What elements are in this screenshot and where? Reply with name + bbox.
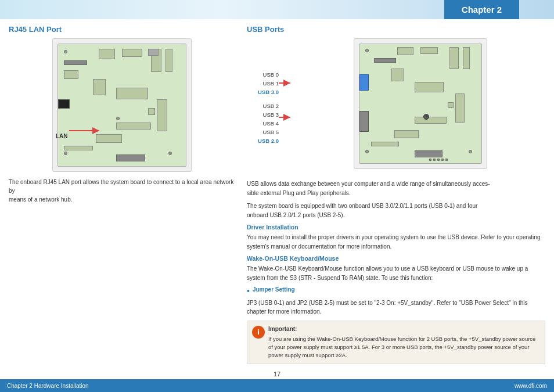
- board-chip-1: [99, 49, 115, 59]
- important-box: i Important: If you are using the Wake-O…: [247, 321, 545, 364]
- usb-chip-4: [463, 47, 470, 69]
- usb20-port-component: [359, 111, 369, 132]
- board-chip-9: [148, 108, 155, 115]
- usb-component-circle: [423, 114, 429, 120]
- usb-conn-bottom: [371, 142, 399, 146]
- usb-conn-1: [374, 58, 396, 63]
- chapter-tab: Chapter 2: [444, 0, 519, 19]
- usb-chip-6: [415, 82, 444, 92]
- usb4-label: USB 4: [247, 119, 279, 128]
- usb-board-diagram: [354, 38, 487, 169]
- wake-title: Wake-On-USB Keyboard/Mouse: [247, 255, 545, 262]
- usb-hole-2: [365, 150, 369, 153]
- usb-chip-5: [391, 69, 404, 81]
- page-number: 17: [0, 371, 554, 377]
- board-chip-5: [64, 70, 78, 79]
- board-conn-bottom: [64, 146, 93, 150]
- page-header: Chapter 2: [0, 0, 554, 19]
- board-chip-7: [116, 88, 148, 99]
- board-conn-top: [64, 60, 87, 65]
- right-column: USB Ports USB 0 USB 1 USB 3.0 USB 2 USB …: [247, 25, 545, 364]
- usb3-label: USB 3: [247, 110, 279, 119]
- usb-chip-2: [420, 47, 438, 54]
- page-footer: Chapter 2 Hardware Installation www.dfi.…: [0, 379, 554, 392]
- usb-para2: The system board is equipped with two on…: [247, 202, 545, 220]
- usb-hole-1: [365, 49, 369, 52]
- jumper-bullet: • Jumper Setting: [247, 286, 545, 296]
- usb-chip-7: [455, 93, 465, 123]
- footer-left: Chapter 2 Hardware Installation: [7, 383, 89, 389]
- lan-port-component: [58, 99, 70, 109]
- bullet-icon: •: [247, 286, 250, 296]
- board-chip-2: [122, 49, 142, 57]
- board-mounting-hole: [116, 117, 120, 120]
- board-chip-4: [166, 49, 172, 72]
- lan-description: The onboard RJ45 LAN port allows the sys…: [9, 178, 235, 204]
- board-mounting-hole-3: [64, 152, 67, 155]
- board-chip-10: [116, 123, 151, 130]
- driver-text: You may need to install the proper drive…: [247, 233, 545, 251]
- usb0-label: USB 0: [247, 70, 279, 79]
- board-chip-8: [157, 99, 167, 131]
- usb1-label: USB 1: [247, 79, 279, 88]
- board-conn-bottom2: [116, 154, 145, 161]
- usb-left-labels: USB 0 USB 1 USB 3.0 USB 2 USB 3 USB 4 US…: [247, 38, 279, 175]
- usb-chip-8: [448, 102, 454, 108]
- wake-text: The Wake-On-USB Keyboard/Mouse function …: [247, 264, 545, 282]
- usb-para1: USB allows data exchange between your co…: [247, 179, 545, 197]
- lan-board-diagram: LAN: [52, 38, 192, 172]
- left-column: RJ45 LAN Port: [9, 25, 235, 364]
- usb5-label: USB 5: [247, 128, 279, 136]
- usb-chip-3: [449, 47, 459, 69]
- board-mounting-hole-2: [64, 50, 67, 53]
- jumper-text: JP3 (USB 0-1) and JP2 (USB 2-5) must be …: [247, 299, 545, 317]
- usb-bottom-dots: [429, 159, 448, 161]
- lan-arrow: [69, 127, 104, 135]
- footer-right: www.dfi.com: [515, 383, 547, 389]
- board-chip-6: [93, 79, 106, 95]
- usb-arrows: [279, 38, 295, 175]
- usb2-label: USB 2: [247, 102, 279, 110]
- chapter-label: Chapter 2: [462, 5, 502, 15]
- board-conn-1: [148, 49, 159, 56]
- lan-section-title: RJ45 LAN Port: [9, 25, 235, 34]
- usb-chip-10: [394, 130, 419, 138]
- important-icon: i: [252, 326, 265, 339]
- driver-installation-title: Driver Installation: [247, 224, 545, 231]
- usb30-port-component: [359, 74, 369, 91]
- usb30-arrow: [279, 79, 295, 87]
- board-mounting-hole-4: [168, 152, 172, 155]
- important-text: If you are using the Wake-On-USB Keyboar…: [268, 335, 540, 360]
- board-pcb: [57, 44, 186, 167]
- usb-diagram-area: USB 0 USB 1 USB 3.0 USB 2 USB 3 USB 4 US…: [247, 38, 545, 175]
- usb20-arrow: [279, 113, 295, 121]
- usb-chip-9: [415, 117, 447, 124]
- important-content: Important: If you are using the Wake-On-…: [268, 325, 540, 360]
- usb20-label: USB 2.0: [247, 136, 279, 145]
- usb-conn-bottom2: [415, 150, 443, 157]
- important-title: Important:: [268, 325, 540, 333]
- usb-hole-3: [469, 150, 472, 153]
- usb-board-pcb: [359, 44, 482, 164]
- usb30-label: USB 3.0: [247, 88, 279, 96]
- usb-section-title: USB Ports: [247, 25, 545, 34]
- usb-chip-1: [397, 47, 413, 55]
- lan-label-text: LAN: [56, 133, 68, 139]
- bullet-label: Jumper Setting: [253, 286, 295, 293]
- board-chip-11: [96, 134, 122, 143]
- main-content: RJ45 LAN Port: [0, 19, 554, 366]
